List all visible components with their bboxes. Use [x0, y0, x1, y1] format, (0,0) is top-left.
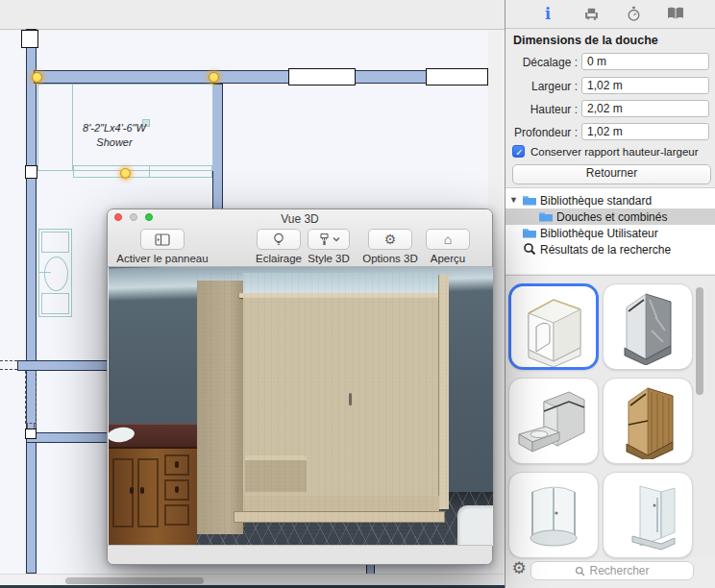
tree-row[interactable]: Bibliothèque Utilisateur: [505, 225, 715, 241]
vue-3d-titlebar[interactable]: Vue 3D Activer le panneau Eclairage Styl…: [108, 209, 492, 267]
height-input[interactable]: [581, 100, 709, 117]
library-thumbnail[interactable]: [508, 378, 599, 464]
vue-3d-window[interactable]: Vue 3D Activer le panneau Eclairage Styl…: [107, 208, 493, 565]
height-label: Hauteur :: [505, 103, 578, 116]
search-icon: [523, 242, 538, 255]
vanity-knob: [140, 487, 144, 494]
library-thumbnail[interactable]: [508, 472, 599, 558]
vanity-top-rect: [41, 232, 69, 253]
stopwatch-icon: [626, 6, 642, 22]
vanity-cabinet: [109, 447, 197, 546]
armchair-icon: [583, 6, 600, 22]
search-input[interactable]: Rechercher: [530, 561, 694, 580]
tree-row-label: Bibliothèque Utilisateur: [540, 227, 658, 240]
activate-panel-label: Activer le panneau: [108, 253, 217, 264]
dash-tick: [34, 423, 35, 429]
corner-handle-2[interactable]: [209, 72, 219, 83]
app-window: 8'-2"Lx4'-6"W Shower i: [0, 0, 715, 588]
keep-ratio-checkbox[interactable]: [512, 145, 525, 158]
field-row-depth: Profondeur :: [505, 123, 715, 141]
activate-panel-button[interactable]: [140, 229, 185, 250]
tree-row[interactable]: Douches et combinés: [505, 208, 715, 225]
thumbnails-scrollbar-thumb[interactable]: [696, 287, 703, 395]
library-tree: ▼ Bibliothèque standard Douches et combi…: [505, 187, 715, 274]
faucet-line: [39, 272, 51, 273]
tab-stopwatch[interactable]: [623, 6, 644, 25]
vue-3d-bottom-bar: [108, 545, 492, 564]
tree-row-label: Résultats de la recherche: [540, 243, 671, 257]
offset-input[interactable]: [581, 53, 709, 70]
wall-middle[interactable]: [17, 360, 109, 371]
shower-tray-outline[interactable]: [73, 165, 212, 178]
folder-icon: [522, 194, 537, 207]
wall-shower-right[interactable]: [212, 84, 223, 209]
gear-icon[interactable]: ⚙: [509, 559, 529, 578]
preview-button[interactable]: ⌂: [426, 229, 470, 250]
options-3d-button[interactable]: ⚙: [368, 229, 412, 250]
wall-lower[interactable]: [26, 432, 109, 443]
preview-label: Aperçu: [424, 253, 472, 264]
style-3d-button[interactable]: [308, 229, 350, 250]
tree-row-label: Bibliothèque standard: [540, 194, 652, 208]
vanity-bottom-rect: [41, 293, 69, 314]
sink-oval: [44, 257, 68, 291]
window-symbol-top-1[interactable]: [288, 68, 356, 86]
tab-info[interactable]: i: [537, 6, 558, 25]
3d-toilet-tank: [457, 505, 493, 546]
3d-viewport[interactable]: [109, 267, 493, 546]
shower-with-tub-ledge-gray-icon: [513, 382, 594, 459]
shower-glass-transom: [243, 273, 439, 293]
lighting-button[interactable]: [257, 229, 301, 250]
tree-row[interactable]: Résultats de la recherche: [505, 241, 715, 257]
search-placeholder: Rechercher: [589, 564, 649, 577]
toolbar-group-options: ⚙ Options 3D: [358, 229, 422, 250]
vanity-knob: [130, 487, 134, 494]
disclosure-triangle-icon[interactable]: ▼: [509, 195, 518, 205]
inspector-sidebar: i Dimensions de la douche Décalage : Lar…: [505, 0, 715, 588]
vanity-fixture-outline[interactable]: [38, 229, 72, 317]
tab-library[interactable]: [665, 6, 686, 25]
corner-shower-wood-icon: [607, 382, 688, 459]
flip-button[interactable]: Retourner: [512, 164, 711, 184]
shower-curb: [234, 511, 445, 523]
library-thumbnail[interactable]: [603, 472, 693, 558]
library-thumbnail[interactable]: [603, 378, 693, 464]
wall-left[interactable]: [26, 29, 37, 574]
toolbar-group-lighting: Eclairage: [249, 229, 308, 250]
open-book-icon: [667, 6, 684, 21]
edit-handle-shower[interactable]: [120, 168, 131, 179]
panel-toggle-icon: [155, 233, 170, 246]
toolbar-group-preview: ⌂ Aperçu: [424, 229, 472, 250]
window-symbol-top-2[interactable]: [426, 68, 488, 86]
panel-title: Dimensions de la douche: [513, 34, 658, 47]
depth-input[interactable]: [581, 123, 709, 140]
corner-handle-1[interactable]: [32, 72, 42, 83]
3d-vanity: [109, 424, 197, 546]
shower-tub-combo-white-icon: [513, 290, 594, 367]
vanity-knob: [175, 461, 179, 468]
width-label: Largeur :: [505, 80, 578, 93]
horizontal-scrollbar-thumb[interactable]: [65, 577, 204, 584]
library-thumbnail[interactable]: [603, 283, 693, 370]
wall-joint-symbol[interactable]: [25, 429, 37, 439]
field-row-height: Hauteur :: [505, 100, 715, 118]
library-search-bar: ⚙ Rechercher: [505, 557, 715, 586]
width-input[interactable]: [581, 77, 709, 94]
shower-door-line: [149, 166, 150, 177]
lighting-label: Eclairage: [249, 253, 308, 264]
wall-top[interactable]: [34, 70, 488, 84]
window-title: Vue 3D: [108, 212, 492, 226]
depth-label: Profondeur :: [505, 126, 578, 139]
opening-symbol-left-wall[interactable]: [25, 165, 37, 179]
field-row-offset: Décalage :: [505, 53, 715, 71]
door-swing-dashed: [25, 371, 37, 424]
window-symbol-left-wall[interactable]: [21, 30, 38, 48]
info-icon: i: [545, 5, 551, 23]
options-3d-label: Options 3D: [358, 253, 422, 264]
shower-door-handle: [349, 393, 352, 405]
tree-row[interactable]: ▼ Bibliothèque standard: [505, 192, 715, 208]
tab-furniture[interactable]: [580, 6, 602, 25]
library-thumbnail[interactable]: [508, 283, 599, 370]
dash-tick: [27, 423, 28, 429]
vanity-drawer: [164, 504, 189, 526]
